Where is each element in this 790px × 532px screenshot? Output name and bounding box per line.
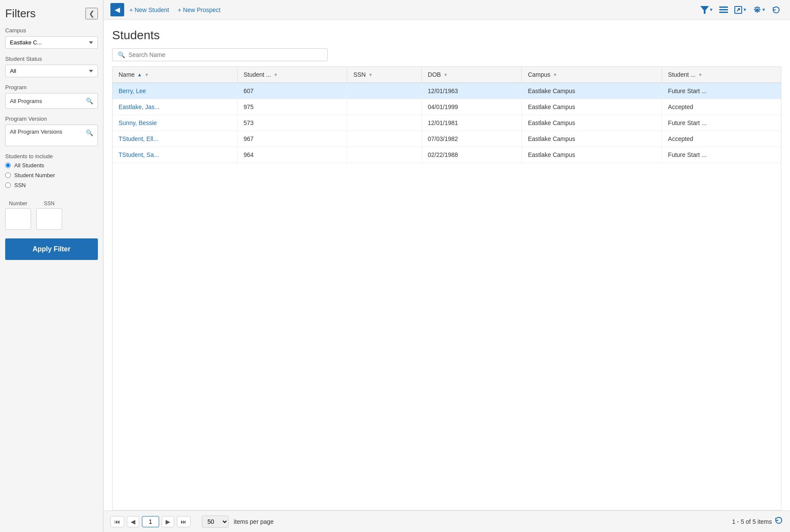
student-status-select[interactable]: All Active Inactive bbox=[5, 65, 98, 77]
table-row[interactable]: Sunny, Bessie57312/01/1981Eastlake Campu… bbox=[113, 115, 781, 131]
table-row[interactable]: Berry, Lee60712/01/1963Eastlake CampusFu… bbox=[113, 83, 781, 99]
col-student-status-sort: ▼ bbox=[698, 72, 702, 77]
ssn-input-label: SSN bbox=[44, 200, 55, 207]
program-version-search-box[interactable]: All Program Versions 🔍 bbox=[5, 125, 98, 146]
cell-campus-0: Eastlake Campus bbox=[522, 83, 662, 99]
col-campus-label: Campus bbox=[528, 71, 550, 78]
col-ssn[interactable]: SSN ▼ bbox=[347, 67, 422, 83]
col-student-status-label: Student ... bbox=[668, 71, 696, 78]
table-row[interactable]: TStudent, Sa...96402/22/1988Eastlake Cam… bbox=[113, 147, 781, 163]
col-ssn-sort: ▼ bbox=[368, 72, 373, 77]
main-content: ◀ + New Student + New Prospect ▼ bbox=[103, 0, 790, 532]
cell-student_status-2: Future Start ... bbox=[662, 115, 781, 131]
cell-ssn-3 bbox=[347, 131, 422, 147]
program-version-filter-label: Program Version bbox=[5, 116, 98, 122]
number-input-group: Number bbox=[5, 200, 31, 230]
campus-filter-label: Campus bbox=[5, 27, 98, 34]
next-page-button[interactable]: ▶ bbox=[162, 516, 174, 527]
cell-name-1[interactable]: Eastlake, Jas... bbox=[113, 99, 237, 115]
cell-dob-0: 12/01/1963 bbox=[422, 83, 522, 99]
cell-ssn-1 bbox=[347, 99, 422, 115]
cell-dob-4: 02/22/1988 bbox=[422, 147, 522, 163]
per-page-select[interactable]: 50 25 100 bbox=[202, 516, 229, 528]
table-row[interactable]: Eastlake, Jas...97504/01/1999Eastlake Ca… bbox=[113, 99, 781, 115]
cell-name-3[interactable]: TStudent, Ell... bbox=[113, 131, 237, 147]
apply-filter-button[interactable]: Apply Filter bbox=[5, 238, 98, 260]
last-page-button[interactable]: ⏭ bbox=[177, 516, 191, 527]
col-dob-label: DOB bbox=[428, 71, 441, 78]
students-to-include-label: Students to include bbox=[5, 153, 98, 160]
collapse-sidebar-button[interactable]: ❮ bbox=[85, 8, 98, 19]
page-number-input[interactable] bbox=[142, 516, 159, 527]
list-icon bbox=[719, 6, 728, 13]
content-area: Students 🔍 Name ▲ ▼ bbox=[103, 20, 790, 510]
col-student-number[interactable]: Student ... ▼ bbox=[237, 67, 347, 83]
search-container: 🔍 bbox=[112, 48, 781, 61]
cell-name-0[interactable]: Berry, Lee bbox=[113, 83, 237, 99]
radio-all-students-input[interactable] bbox=[5, 163, 11, 168]
cell-student_number-1: 975 bbox=[237, 99, 347, 115]
cell-student_status-4: Future Start ... bbox=[662, 147, 781, 163]
col-name[interactable]: Name ▲ ▼ bbox=[113, 67, 237, 83]
radio-student-number-label: Student Number bbox=[14, 172, 55, 178]
students-table-container: Name ▲ ▼ Student ... ▼ bbox=[112, 66, 781, 510]
col-campus[interactable]: Campus ▼ bbox=[522, 67, 662, 83]
radio-student-number-input[interactable] bbox=[5, 172, 11, 178]
items-count-label: 1 - 5 of 5 items bbox=[276, 518, 772, 525]
cell-student_status-1: Accepted bbox=[662, 99, 781, 115]
campus-select[interactable]: Eastlake C... All Campuses bbox=[5, 36, 98, 49]
filter-icon-button[interactable]: ▼ bbox=[698, 4, 716, 16]
radio-student-number[interactable]: Student Number bbox=[5, 172, 98, 178]
col-name-label: Name bbox=[119, 71, 135, 78]
pagination-refresh-button[interactable] bbox=[774, 516, 783, 527]
settings-icon bbox=[753, 6, 762, 14]
cell-name-2[interactable]: Sunny, Bessie bbox=[113, 115, 237, 131]
program-search-box[interactable]: All Programs 🔍 bbox=[5, 93, 98, 109]
table-header-row: Name ▲ ▼ Student ... ▼ bbox=[113, 67, 781, 83]
number-input-box[interactable] bbox=[5, 208, 31, 230]
col-student-number-label: Student ... bbox=[244, 71, 271, 78]
cell-student_number-2: 573 bbox=[237, 115, 347, 131]
cell-campus-4: Eastlake Campus bbox=[522, 147, 662, 163]
new-student-button[interactable]: + New Student bbox=[126, 5, 172, 15]
cell-campus-1: Eastlake Campus bbox=[522, 99, 662, 115]
radio-ssn[interactable]: SSN bbox=[5, 182, 98, 188]
search-input[interactable] bbox=[129, 51, 322, 58]
cell-student_status-3: Accepted bbox=[662, 131, 781, 147]
col-dob[interactable]: DOB ▼ bbox=[422, 67, 522, 83]
new-prospect-button[interactable]: + New Prospect bbox=[174, 5, 224, 15]
sort-asc-icon: ▲ bbox=[137, 72, 142, 77]
radio-ssn-input[interactable] bbox=[5, 182, 11, 188]
radio-ssn-label: SSN bbox=[14, 182, 26, 188]
program-search-value: All Programs bbox=[10, 98, 42, 104]
number-ssn-inputs: Number SSN bbox=[5, 200, 98, 230]
student-status-filter-label: Student Status bbox=[5, 56, 98, 62]
prev-page-button[interactable]: ◀ bbox=[127, 516, 139, 527]
cell-campus-2: Eastlake Campus bbox=[522, 115, 662, 131]
search-box: 🔍 bbox=[112, 48, 328, 61]
cell-ssn-0 bbox=[347, 83, 422, 99]
export-button[interactable]: ▼ bbox=[731, 4, 749, 16]
cell-ssn-4 bbox=[347, 147, 422, 163]
refresh-button[interactable] bbox=[769, 4, 783, 16]
cell-dob-3: 07/03/1982 bbox=[422, 131, 522, 147]
svg-rect-3 bbox=[719, 12, 728, 13]
col-student-status[interactable]: Student ... ▼ bbox=[662, 67, 781, 83]
toolbar: ◀ + New Student + New Prospect ▼ bbox=[103, 0, 790, 20]
toolbar-icon-group: ▼ ▼ bbox=[698, 4, 783, 16]
svg-marker-0 bbox=[700, 6, 709, 14]
students-to-include-group: Students to include All Students Student… bbox=[5, 153, 98, 192]
radio-all-students[interactable]: All Students bbox=[5, 162, 98, 169]
pagination-bar: ⏮ ◀ ▶ ⏭ 50 25 100 items per page 1 - 5 o… bbox=[103, 510, 790, 532]
settings-button[interactable]: ▼ bbox=[750, 4, 768, 16]
cell-campus-3: Eastlake Campus bbox=[522, 131, 662, 147]
svg-rect-2 bbox=[719, 9, 728, 10]
list-view-button[interactable] bbox=[717, 5, 730, 15]
pagination-refresh-icon bbox=[774, 516, 783, 525]
cell-student_number-3: 967 bbox=[237, 131, 347, 147]
back-button[interactable]: ◀ bbox=[110, 3, 124, 16]
cell-name-4[interactable]: TStudent, Sa... bbox=[113, 147, 237, 163]
first-page-button[interactable]: ⏮ bbox=[110, 516, 124, 527]
table-row[interactable]: TStudent, Ell...96707/03/1982Eastlake Ca… bbox=[113, 131, 781, 147]
ssn-input-box[interactable] bbox=[36, 208, 62, 230]
